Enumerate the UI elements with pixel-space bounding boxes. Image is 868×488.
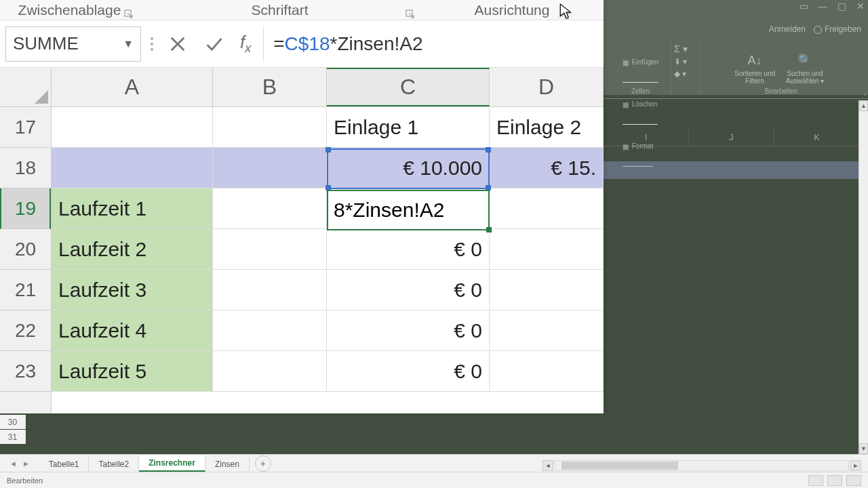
tab-nav-next-icon[interactable]: ►	[22, 460, 30, 468]
magnified-panel: Zwischenablage Schriftart Ausrichtung SU…	[0, 0, 604, 413]
select-all-button[interactable]	[0, 68, 52, 107]
insert-cells-button[interactable]: ▦Einfügen	[623, 42, 658, 83]
cell-C20[interactable]: € 0	[327, 229, 490, 269]
sheet-tab-zinsrechner[interactable]: Zinsrechner	[139, 455, 205, 472]
ribbon-group-editing-label: Bearbeiten	[700, 87, 863, 95]
ribbon-group-cells-label: Zellen	[610, 87, 671, 95]
name-box[interactable]: SUMME ▼	[5, 26, 141, 62]
sign-in-link[interactable]: Anmelden	[769, 24, 806, 34]
ribbon-group-font-label: Schriftart	[251, 2, 308, 18]
row-header-22[interactable]: 22	[0, 310, 51, 351]
col-header-D[interactable]: D	[490, 68, 604, 106]
vertical-scrollbar[interactable]: ▲ ▼	[859, 100, 868, 454]
row18-highlight-bg	[604, 161, 860, 179]
clipboard-dialog-launcher-icon[interactable]	[124, 6, 134, 16]
minimize-icon[interactable]: —	[818, 1, 827, 11]
enter-formula-button[interactable]	[199, 29, 229, 59]
sheet-tab-tabelle2[interactable]: Tabelle2	[89, 457, 139, 472]
search-icon: 🔍	[797, 52, 813, 68]
clear-icon[interactable]: ◆ ▾	[674, 69, 686, 79]
col-header-I[interactable]: I	[604, 129, 689, 146]
font-dialog-launcher-icon[interactable]	[406, 6, 415, 16]
cell-D18[interactable]: € 15.	[490, 148, 604, 188]
cell-C17[interactable]: Einlage 1	[327, 107, 490, 147]
fill-icon[interactable]: ⬇ ▾	[674, 57, 687, 66]
name-box-dropdown-icon[interactable]: ▼	[123, 38, 134, 50]
sort-filter-icon: A↓	[747, 52, 763, 68]
share-button[interactable]: Freigeben	[814, 24, 861, 34]
hscroll-thumb[interactable]	[561, 462, 679, 470]
cancel-formula-button[interactable]	[163, 29, 193, 59]
cell-C18[interactable]: € 10.000	[327, 148, 490, 188]
formula-bar-separator	[148, 37, 156, 51]
status-bar: Bearbeiten	[0, 472, 868, 488]
scroll-left-icon[interactable]: ◄	[542, 460, 553, 471]
cell-A17[interactable]	[52, 107, 213, 147]
share-icon	[814, 26, 822, 34]
sort-filter-button[interactable]: A↓ Sortieren und Filtern	[734, 52, 776, 85]
cell-C23[interactable]: € 0	[327, 351, 490, 391]
col-header-A[interactable]: A	[52, 68, 213, 106]
tab-nav-prev-icon[interactable]: ◄	[9, 460, 17, 468]
cell-A22[interactable]: Laufzeit 4	[52, 310, 213, 350]
insert-function-button[interactable]: fx	[240, 32, 251, 56]
cell-D23[interactable]	[490, 351, 604, 391]
formula-input[interactable]: =C$18*Zinsen!A2	[263, 26, 598, 62]
view-normal-button[interactable]	[808, 475, 823, 486]
active-cell-editor[interactable]: 8*Zinsen!A2	[327, 190, 490, 230]
horizontal-scrollbar[interactable]: ◄ ►	[542, 460, 861, 472]
cell-B19[interactable]	[213, 188, 327, 228]
fill-handle[interactable]	[486, 227, 492, 232]
scroll-up-icon[interactable]: ▲	[859, 100, 868, 111]
add-sheet-button[interactable]: +	[255, 455, 271, 472]
row-header-19[interactable]: 19	[0, 188, 51, 229]
cell-D21[interactable]	[490, 270, 604, 310]
row-header-23[interactable]: 23	[0, 351, 51, 392]
cell-A18[interactable]	[52, 148, 213, 188]
row-header-17[interactable]: 17	[0, 107, 51, 148]
cell-D20[interactable]	[490, 229, 604, 269]
cell-C21[interactable]: € 0	[327, 270, 490, 310]
maximize-icon[interactable]: ▢	[837, 1, 846, 11]
col-header-J[interactable]: J	[689, 129, 774, 146]
row-header-20[interactable]: 20	[0, 229, 51, 270]
row-header-18[interactable]: 18	[0, 148, 51, 188]
check-icon	[205, 35, 224, 54]
name-box-value: SUMME	[13, 33, 79, 54]
cell-A23[interactable]: Laufzeit 5	[52, 351, 213, 391]
cell-A19[interactable]: Laufzeit 1	[52, 188, 213, 228]
row-header-21[interactable]: 21	[0, 270, 51, 310]
col-header-C[interactable]: C	[327, 68, 490, 106]
ribbon-group-alignment-label: Ausrichtung	[475, 2, 550, 18]
scroll-down-icon[interactable]: ▼	[859, 443, 868, 454]
delete-icon: ▦	[623, 101, 629, 108]
cell-A20[interactable]: Laufzeit 2	[52, 229, 213, 269]
col-header-B[interactable]: B	[213, 68, 327, 106]
close-icon[interactable]: ✕	[856, 1, 865, 11]
row-header-31[interactable]: 31	[0, 430, 26, 444]
sheet-tab-zinsen[interactable]: Zinsen	[205, 457, 250, 472]
cell-B21[interactable]	[213, 270, 327, 310]
cell-C22[interactable]: € 0	[327, 310, 490, 350]
cell-B23[interactable]	[213, 351, 327, 391]
autosum-icon[interactable]: Σ ▾	[674, 43, 688, 54]
cell-B20[interactable]	[213, 229, 327, 269]
row-header-30[interactable]: 30	[0, 415, 26, 429]
ribbon-group-clipboard-label: Zwischenablage	[18, 2, 121, 18]
cancel-icon	[168, 35, 187, 54]
status-mode: Bearbeiten	[7, 476, 43, 485]
col-header-K[interactable]: K	[774, 129, 860, 146]
sheet-tab-tabelle1[interactable]: Tabelle1	[39, 457, 90, 472]
cell-D19[interactable]	[490, 188, 604, 228]
cell-B22[interactable]	[213, 310, 327, 350]
cell-D17[interactable]: Einlage 2	[490, 107, 604, 147]
find-select-button[interactable]: 🔍 Suchen und Auswählen ▾	[781, 52, 829, 85]
cell-A21[interactable]: Laufzeit 3	[52, 270, 213, 310]
view-page-layout-button[interactable]	[827, 475, 842, 486]
cell-D22[interactable]	[490, 310, 604, 350]
view-page-break-button[interactable]	[846, 475, 861, 486]
scroll-right-icon[interactable]: ►	[850, 460, 861, 471]
ribbon-options-icon[interactable]: ▭	[799, 1, 808, 11]
cell-B18[interactable]	[213, 148, 327, 188]
cell-B17[interactable]	[213, 107, 327, 147]
